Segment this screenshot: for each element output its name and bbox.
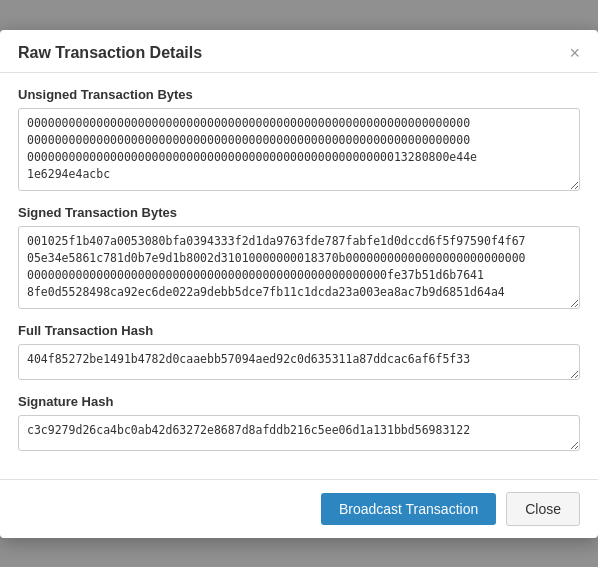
modal-title: Raw Transaction Details <box>18 44 202 62</box>
sig-hash-value[interactable]: c3c9279d26ca4bc0ab42d63272e8687d8afddb21… <box>18 415 580 451</box>
close-x-button[interactable]: × <box>569 44 580 62</box>
full-hash-section: Full Transaction Hash 404f85272be1491b47… <box>18 323 580 380</box>
full-hash-value[interactable]: 404f85272be1491b4782d0caaebb57094aed92c0… <box>18 344 580 380</box>
sig-hash-section: Signature Hash c3c9279d26ca4bc0ab42d6327… <box>18 394 580 451</box>
unsigned-bytes-label: Unsigned Transaction Bytes <box>18 87 580 102</box>
modal-overlay: Raw Transaction Details × Unsigned Trans… <box>0 0 598 567</box>
modal-footer: Broadcast Transaction Close <box>0 479 598 538</box>
modal-dialog: Raw Transaction Details × Unsigned Trans… <box>0 30 598 538</box>
full-hash-label: Full Transaction Hash <box>18 323 580 338</box>
signed-bytes-section: Signed Transaction Bytes 001025f1b407a00… <box>18 205 580 309</box>
modal-header: Raw Transaction Details × <box>0 30 598 73</box>
unsigned-bytes-section: Unsigned Transaction Bytes 0000000000000… <box>18 87 580 191</box>
broadcast-transaction-button[interactable]: Broadcast Transaction <box>321 493 496 525</box>
signed-bytes-label: Signed Transaction Bytes <box>18 205 580 220</box>
close-button[interactable]: Close <box>506 492 580 526</box>
sig-hash-label: Signature Hash <box>18 394 580 409</box>
modal-body: Unsigned Transaction Bytes 0000000000000… <box>0 73 598 479</box>
signed-bytes-value[interactable]: 001025f1b407a0053080bfa0394333f2d1da9763… <box>18 226 580 309</box>
unsigned-bytes-value[interactable]: 0000000000000000000000000000000000000000… <box>18 108 580 191</box>
